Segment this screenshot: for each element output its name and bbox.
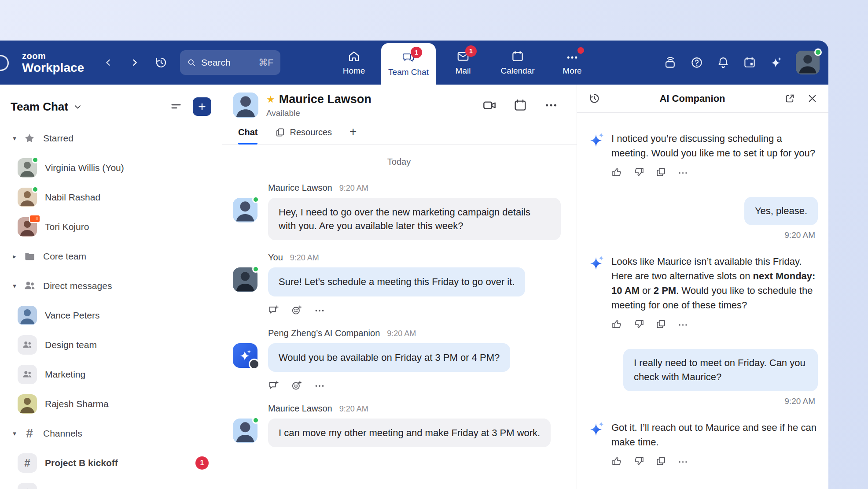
status-online [32, 156, 39, 163]
thumbs-down-icon[interactable] [633, 319, 644, 330]
message-you-1: You 9:20 AM Sure! Let’s schedule a meeti… [233, 252, 565, 315]
avatar [18, 394, 37, 414]
add-reaction-icon[interactable] [291, 304, 302, 316]
copy-icon[interactable] [655, 456, 666, 467]
message-list: Today Maurice Lawson 9:20 AM Hey, I need… [222, 144, 577, 489]
reply-in-thread-icon[interactable] [268, 380, 280, 391]
tab-home[interactable]: Home [327, 41, 381, 85]
more-actions-icon[interactable] [677, 456, 688, 467]
user-avatar[interactable] [796, 51, 820, 74]
add-reaction-icon[interactable] [291, 380, 302, 391]
main-nav-tabs: Home 1 Team Chat 1 Mail [327, 41, 600, 85]
ai-sparkle-icon [588, 131, 605, 149]
message-maurice-2: Maurice Lawson 9:20 AM I can move my oth… [233, 404, 565, 447]
workspace-switcher-partial[interactable] [0, 55, 9, 71]
section-label: Direct messages [43, 281, 112, 291]
history-icon[interactable] [588, 93, 600, 104]
tab-resources[interactable]: Resources [275, 127, 332, 144]
sidebar-item-rajesh-sharma[interactable]: Rajesh Sharma [0, 389, 222, 419]
starred-icon[interactable]: ★ [266, 94, 275, 105]
sidebar-section-starred[interactable]: ▾ Starred [0, 123, 222, 153]
start-video-meeting-icon[interactable] [482, 98, 497, 112]
peer-avatar[interactable] [233, 93, 258, 118]
ai-message-text: Looks like Maurice isn’t available this … [611, 254, 818, 312]
caret-down-icon[interactable]: ▾ [9, 134, 20, 142]
message-bubble: Would you be available on Friday at 3 PM… [268, 343, 510, 372]
caret-down-icon[interactable]: ▾ [9, 430, 20, 437]
sidebar-section-core-team[interactable]: ▸ Core team [0, 241, 222, 271]
unread-badge: 1 [195, 456, 209, 470]
sidebar-item-design-team[interactable]: Design team [0, 330, 222, 359]
pop-out-icon[interactable] [784, 93, 795, 104]
reply-in-thread-icon[interactable] [268, 304, 280, 316]
thumbs-up-icon[interactable] [611, 456, 622, 467]
tab-mail[interactable]: 1 Mail [436, 41, 490, 85]
calendar-date-icon[interactable] [743, 56, 756, 69]
ai-panel-title: AI Companion [600, 93, 784, 104]
user-bubble: Yes, please. [744, 197, 818, 225]
help-icon[interactable] [690, 56, 703, 69]
avatar[interactable] [233, 419, 257, 443]
more-actions-icon[interactable] [314, 304, 325, 316]
close-icon[interactable] [807, 93, 818, 104]
schedule-meeting-icon[interactable] [513, 98, 527, 112]
search-input[interactable]: Search ⌘F [180, 50, 280, 75]
filter-icon[interactable] [170, 100, 182, 113]
ai-message-text: Got it. I’ll reach out to Maurice and se… [611, 420, 818, 449]
user-reply-2: I really need to meet on Friday. Can you… [588, 349, 818, 391]
tab-calendar[interactable]: Calendar [490, 41, 545, 85]
add-tab-button[interactable]: + [349, 125, 357, 144]
ai-message-3: Got it. I’ll reach out to Maurice and se… [588, 420, 818, 449]
more-options-icon[interactable] [544, 98, 558, 112]
ai-companion-sparkle-icon[interactable] [769, 56, 783, 69]
copy-icon[interactable] [655, 167, 666, 178]
sidebar-item-vance-peters[interactable]: Vance Peters [0, 300, 222, 330]
message-ai-companion: Peng Zheng’s AI Companion 9:20 AM Would … [233, 328, 565, 391]
forward-arrow-icon[interactable] [130, 58, 140, 67]
ai-companion-avatar[interactable] [233, 343, 257, 368]
ai-panel-body: I noticed you’re discussing scheduling a… [577, 113, 828, 489]
more-actions-icon[interactable] [314, 380, 325, 391]
ai-panel-header: AI Companion [577, 85, 828, 113]
user-bubble: I really need to meet on Friday. Can you… [623, 349, 818, 391]
zoom-workplace-logo: zoom Workplace [22, 52, 84, 74]
avatar[interactable] [233, 198, 257, 222]
tab-more[interactable]: More [545, 41, 600, 85]
sidebar-item-nabil-rashad[interactable]: Nabil Rashad [0, 182, 222, 212]
tab-team-chat[interactable]: 1 Team Chat [381, 43, 436, 85]
connect-device-icon[interactable] [664, 56, 677, 69]
caret-right-icon[interactable]: ▸ [9, 252, 20, 260]
sidebar-item-tori-kojuro[interactable]: Tori Kojuro [0, 212, 222, 241]
history-icon[interactable] [154, 56, 168, 69]
tab-chat[interactable]: Chat [238, 127, 257, 144]
avatar[interactable] [233, 267, 257, 292]
sidebar-item-virginia-willis[interactable]: Virginia Willis (You) [0, 153, 222, 182]
more-actions-icon[interactable] [677, 167, 688, 178]
sidebar-section-channels[interactable]: ▾ # Channels [0, 419, 222, 448]
message-time: 9:20 AM [339, 404, 368, 414]
sidebar-item-faqs[interactable]: FAQs [0, 478, 222, 489]
more-actions-icon[interactable] [677, 319, 688, 330]
ai-message-1: I noticed you’re discussing scheduling a… [588, 131, 818, 160]
thumbs-up-icon[interactable] [611, 167, 622, 178]
copy-icon[interactable] [655, 319, 666, 330]
sidebar-item-marketing[interactable]: Marketing [0, 359, 222, 389]
add-chat-button[interactable] [193, 97, 211, 116]
contact-name: Virginia Willis (You) [45, 163, 124, 173]
sidebar-item-project-b-kickoff[interactable]: # Project B kickoff 1 [0, 448, 222, 478]
sidebar-section-direct-messages[interactable]: ▾ Direct messages [0, 271, 222, 300]
tab-home-label: Home [343, 66, 365, 76]
chat-header-actions [482, 98, 558, 112]
thumbs-up-icon[interactable] [611, 319, 622, 330]
status-online [252, 266, 259, 273]
thumbs-down-icon[interactable] [633, 167, 644, 178]
more-icon [566, 50, 579, 63]
chevron-down-icon[interactable] [74, 103, 82, 111]
notifications-bell-icon[interactable] [717, 56, 730, 69]
thumbs-down-icon[interactable] [633, 456, 644, 467]
avatar [18, 306, 37, 325]
back-arrow-icon[interactable] [103, 58, 113, 67]
ai-message-text: I noticed you’re discussing scheduling a… [611, 131, 818, 160]
zoom-workplace-window: zoom Workplace Search ⌘F Home [0, 41, 828, 489]
caret-down-icon[interactable]: ▾ [9, 282, 20, 290]
